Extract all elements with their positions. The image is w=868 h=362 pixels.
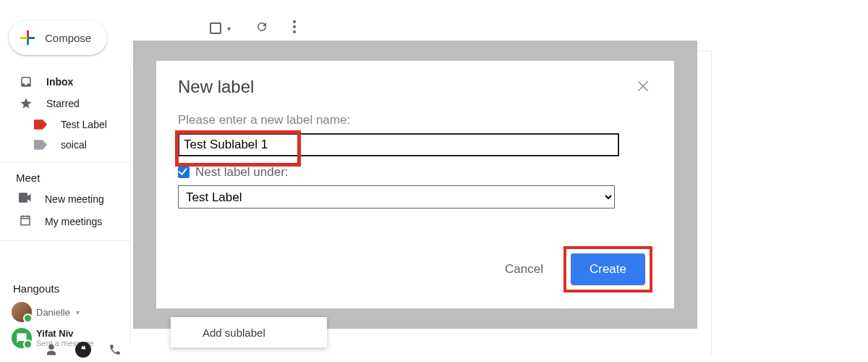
test-label-text: Test Label: [61, 119, 107, 130]
new-label-dialog: New label Please enter a new label name:…: [156, 61, 674, 308]
inbox-icon: [19, 75, 33, 88]
name-prompt: Please enter a new label name:: [178, 113, 652, 127]
dialog-title: New label: [178, 77, 652, 97]
tag-icon: [33, 119, 48, 130]
add-sublabel-menu-item[interactable]: Add sublabel: [171, 317, 327, 348]
avatar: [12, 328, 32, 348]
avatar: [12, 302, 32, 322]
compose-label: Compose: [45, 32, 91, 44]
divider: [130, 68, 131, 343]
chevron-down-icon: ▾: [227, 25, 231, 33]
compose-button[interactable]: Compose: [9, 20, 107, 55]
dialog-actions: Cancel Create: [505, 246, 652, 292]
video-icon: [19, 193, 32, 205]
nav-list: Inbox Starred Test Label soical Meet: [0, 71, 130, 241]
meet-header: Meet: [0, 163, 130, 188]
hangouts-bottom-tabs: ❝: [43, 337, 123, 362]
nest-checkbox[interactable]: [178, 167, 190, 178]
add-sublabel-text: Add sublabel: [203, 327, 265, 339]
parent-label-select[interactable]: Test Label: [178, 185, 615, 209]
checkbox-icon: [210, 22, 221, 34]
label-name-input[interactable]: [178, 133, 619, 156]
cancel-button[interactable]: Cancel: [505, 262, 543, 277]
star-icon: [19, 97, 33, 110]
modal-backdrop: New label Please enter a new label name:…: [133, 41, 697, 329]
phone-icon[interactable]: [107, 342, 123, 358]
create-callout: Create: [563, 246, 652, 292]
nest-under-row: Nest label under:: [178, 165, 652, 180]
sidebar: Compose Inbox Starred Test Label soical: [0, 0, 130, 362]
person-icon[interactable]: [43, 342, 59, 358]
sidebar-item-new-meeting[interactable]: New meeting: [0, 188, 130, 209]
plus-icon: [20, 30, 35, 45]
svg-point-1: [293, 25, 296, 28]
divider: [0, 240, 130, 241]
more-button[interactable]: [293, 20, 296, 36]
starred-label: Starred: [46, 98, 80, 109]
sidebar-item-inbox[interactable]: Inbox: [0, 71, 130, 93]
label-name-field-wrap: [178, 133, 619, 156]
inbox-label: Inbox: [46, 76, 73, 88]
divider: [711, 51, 712, 355]
new-meeting-label: New meeting: [45, 193, 104, 205]
chevron-down-icon: ▾: [76, 308, 80, 316]
chat-icon[interactable]: ❝: [75, 342, 91, 358]
close-button[interactable]: [635, 78, 651, 97]
mail-toolbar: ▾: [210, 20, 296, 36]
sidebar-label-soical[interactable]: soical: [0, 135, 130, 155]
sidebar-label-test[interactable]: Test Label: [0, 114, 130, 135]
soical-label-text: soical: [61, 139, 87, 151]
calendar-icon: [19, 214, 32, 229]
hangouts-header: Hangouts: [0, 274, 130, 299]
refresh-button[interactable]: [255, 20, 268, 36]
tag-icon: [33, 140, 48, 150]
create-button[interactable]: Create: [571, 253, 645, 285]
svg-point-2: [293, 30, 296, 33]
svg-point-0: [293, 20, 296, 23]
hangouts-self-row[interactable]: Danielle ▾: [0, 299, 130, 325]
sidebar-item-starred[interactable]: Starred: [0, 93, 130, 114]
select-all-control[interactable]: ▾: [210, 22, 231, 34]
my-meetings-label: My meetings: [45, 216, 102, 227]
sidebar-item-my-meetings[interactable]: My meetings: [0, 209, 130, 233]
nest-label-text: Nest label under:: [195, 165, 289, 180]
self-name: Danielle: [36, 307, 70, 318]
